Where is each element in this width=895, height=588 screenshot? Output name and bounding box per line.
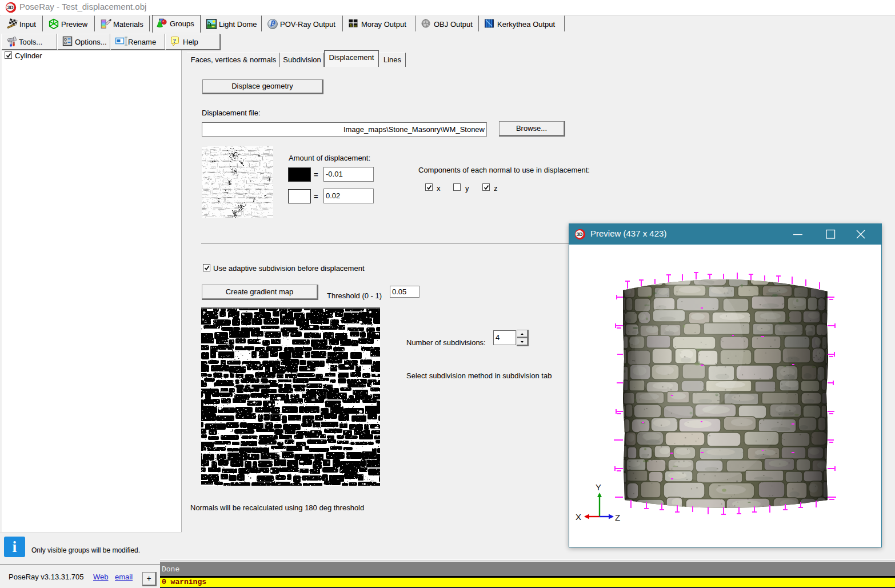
svg-text:3D: 3D [7, 5, 14, 10]
svg-text:Z: Z [615, 513, 620, 522]
svg-text:X: X [576, 512, 581, 522]
svg-text:3D: 3D [577, 231, 583, 237]
svg-text:?: ? [173, 37, 177, 44]
svg-text:Y: Y [596, 482, 601, 492]
